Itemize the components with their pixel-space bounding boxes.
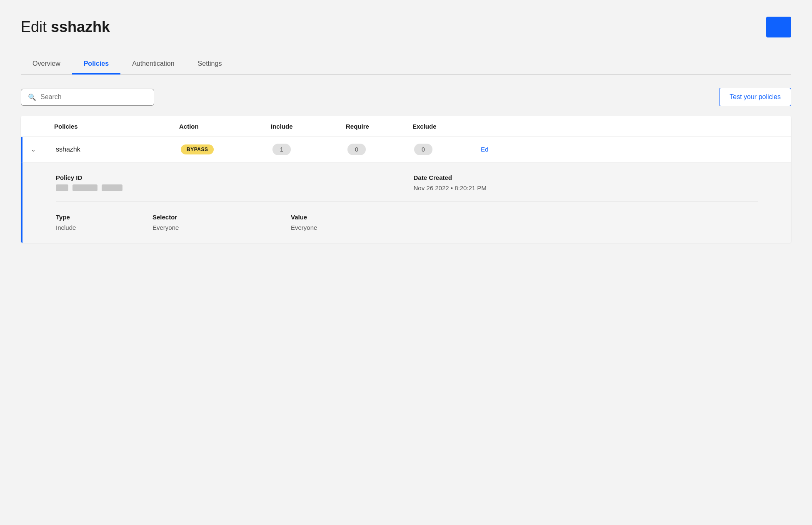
action-cell: BYPASS <box>181 144 272 154</box>
col-include: Include <box>271 123 346 130</box>
row-expand-cell: ⌄ <box>31 146 56 153</box>
col-policies: Policies <box>54 123 179 130</box>
policy-id-value <box>56 184 400 191</box>
exclude-cell: 0 <box>414 144 481 155</box>
detail-bottom-grid: Type Include Selector Everyone Value Eve… <box>56 214 758 231</box>
id-block-3 <box>102 184 122 191</box>
selector-section: Selector Everyone <box>152 214 277 231</box>
header-action-button[interactable] <box>766 17 791 37</box>
bypass-badge: BYPASS <box>181 144 214 154</box>
date-created-value: Nov 26 2022 • 8:20:21 PM <box>414 184 758 192</box>
include-cell: 1 <box>272 144 347 155</box>
policies-table: Policies Action Include Require Exclude … <box>21 116 791 243</box>
search-row: 🔍 Test your policies <box>21 88 791 106</box>
tab-bar: Overview Policies Authentication Setting… <box>21 54 791 75</box>
tab-policies[interactable]: Policies <box>72 54 120 75</box>
selector-value: Everyone <box>152 224 277 231</box>
include-count: 1 <box>272 144 291 155</box>
value-label: Value <box>291 214 758 221</box>
table-row: ⌄ sshazhk BYPASS 1 0 0 Ed <box>21 137 791 162</box>
id-block-1 <box>56 184 68 191</box>
exclude-count: 0 <box>414 144 432 155</box>
tab-settings[interactable]: Settings <box>186 54 234 75</box>
require-cell: 0 <box>347 144 414 155</box>
id-block-2 <box>72 184 97 191</box>
table-header: Policies Action Include Require Exclude <box>21 116 791 137</box>
col-expand <box>29 123 54 130</box>
test-policies-button[interactable]: Test your policies <box>719 88 791 106</box>
type-label: Type <box>56 214 139 221</box>
date-created-section: Date Created Nov 26 2022 • 8:20:21 PM <box>414 174 758 192</box>
selector-label: Selector <box>152 214 277 221</box>
search-input[interactable] <box>40 93 147 101</box>
policy-detail: Policy ID Date Created Nov 26 2022 • 8:2… <box>21 162 791 243</box>
expand-button[interactable]: ⌄ <box>31 146 36 153</box>
edit-cell: Ed <box>481 146 514 153</box>
detail-top-grid: Policy ID Date Created Nov 26 2022 • 8:2… <box>56 174 758 202</box>
col-action: Action <box>179 123 271 130</box>
page-title: Edit sshazhk <box>21 18 110 36</box>
policy-name: sshazhk <box>56 146 181 153</box>
search-box: 🔍 <box>21 89 154 106</box>
value-value: Everyone <box>291 224 758 231</box>
policy-id-section: Policy ID <box>56 174 400 192</box>
value-section: Value Everyone <box>291 214 758 231</box>
tab-overview[interactable]: Overview <box>21 54 72 75</box>
type-section: Type Include <box>56 214 139 231</box>
type-value: Include <box>56 224 139 231</box>
date-created-label: Date Created <box>414 174 758 181</box>
search-icon: 🔍 <box>28 93 36 101</box>
tab-authentication[interactable]: Authentication <box>120 54 186 75</box>
col-require: Require <box>346 123 412 130</box>
require-count: 0 <box>347 144 366 155</box>
col-edit <box>479 123 512 130</box>
edit-link[interactable]: Ed <box>481 146 488 153</box>
col-exclude: Exclude <box>412 123 479 130</box>
policy-id-label: Policy ID <box>56 174 400 181</box>
